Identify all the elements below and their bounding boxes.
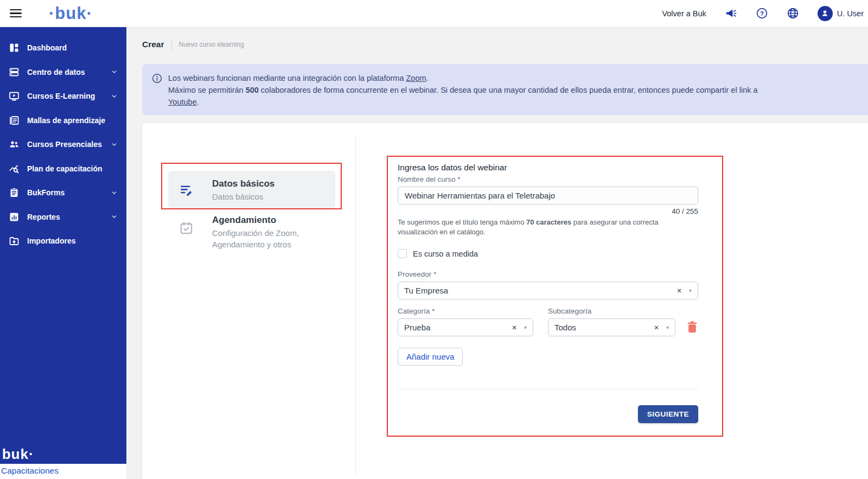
sidebar-item-reportes[interactable]: Reportes (0, 205, 126, 229)
main-content: Crear Nuevo curso elearning Los webinars… (126, 27, 868, 479)
category-value: Prueba (404, 323, 512, 332)
chevron-down-icon (111, 189, 118, 196)
provider-value: Tu Empresa (404, 286, 676, 295)
form-heading: Ingresa los datos del webinar (398, 163, 698, 173)
provider-label: Proveedor * (398, 270, 698, 279)
checkbox-label: Es curso a medida (413, 250, 478, 258)
helper-text: Te sugerimos que el título tenga máximo … (398, 218, 698, 237)
sidebar-item-label: Reportes (27, 213, 60, 221)
topbar-actions: Volver a Buk ? (662, 6, 868, 21)
category-label: Categoría * (398, 306, 533, 316)
dashboard-icon (9, 42, 20, 53)
step-agendamiento[interactable]: Agendamiento Configuración de Zoom, Agen… (168, 214, 336, 250)
sidebar-item-plan-capacitacion[interactable]: Plan de capacitación (0, 157, 126, 181)
caret-down-icon: ▾ (666, 324, 669, 330)
breadcrumb-divider (171, 39, 172, 50)
banner-line-3: Youtube. (168, 96, 758, 108)
sidebar-item-mallas[interactable]: Mallas de aprendizaje (0, 108, 126, 133)
course-name-label: Nombre del curso * (398, 175, 698, 184)
youtube-link[interactable]: Youtube (168, 98, 197, 106)
sidebar-item-cursos-presenciales[interactable]: Cursos Presenciales (0, 132, 126, 157)
add-new-button[interactable]: Añadir nueva (398, 348, 463, 366)
page: ·buk· Volver a Buk ? (0, 0, 868, 479)
back-to-buk-link[interactable]: Volver a Buk (662, 9, 706, 18)
globe-icon[interactable] (787, 7, 799, 20)
sidebar-item-label: Dashboard (27, 43, 67, 52)
sidebar-item-label: BukForms (27, 188, 65, 197)
step-title: Datos básicos (212, 178, 337, 190)
sidebar-item-cursos-elearning[interactable]: Cursos E-Learning (0, 84, 126, 108)
sidebar-item-label: Plan de capacitación (27, 164, 103, 173)
sidebar-item-bukforms[interactable]: BukForms (0, 181, 126, 205)
breadcrumb: Crear Nuevo curso elearning (142, 39, 244, 50)
import-folder-icon (9, 235, 20, 246)
subcategory-select[interactable]: Todos ✕ ▾ (548, 318, 675, 336)
category-select[interactable]: Prueba ✕ ▾ (398, 318, 533, 336)
learning-path-icon (9, 115, 20, 126)
chevron-down-icon (111, 213, 118, 220)
megaphone-icon[interactable] (725, 7, 737, 20)
subcategory-label: Subcategoría (548, 306, 675, 316)
bar-chart-icon (9, 212, 20, 222)
training-plan-icon (9, 163, 20, 174)
sidebar-item-importadores[interactable]: Importadores (0, 229, 126, 253)
clear-icon[interactable]: ✕ (654, 324, 659, 331)
capacitaciones-link[interactable]: Capacitaciones (0, 464, 126, 479)
trash-icon (686, 321, 698, 334)
delete-category-button[interactable] (686, 321, 698, 334)
char-counter: 40 / 255 (398, 207, 698, 216)
clear-icon[interactable]: ✕ (512, 324, 517, 331)
subcategory-value: Todos (554, 323, 654, 332)
sidebar-item-centro-de-datos[interactable]: Centro de datos (0, 60, 126, 85)
banner-line-1: Los webinars funcionan mediante una inte… (168, 72, 758, 84)
next-button[interactable]: SIGUIENTE (638, 405, 698, 423)
user-avatar-icon (818, 6, 833, 21)
info-banner: Los webinars funcionan mediante una inte… (142, 64, 868, 115)
user-menu[interactable]: U. User (818, 6, 864, 21)
menu-icon[interactable] (10, 7, 22, 20)
username: U. User (837, 9, 864, 18)
elearning-icon (9, 91, 20, 101)
page-title: Crear (142, 40, 164, 49)
step-datos-basicos[interactable]: Datos básicos Datos básicos (168, 171, 335, 209)
breadcrumb-subtitle: Nuevo curso elearning (179, 41, 244, 48)
sidebar-item-dashboard[interactable]: Dashboard (0, 36, 126, 60)
clipboard-icon (9, 187, 20, 198)
database-icon (9, 67, 20, 78)
card-divider (355, 135, 356, 477)
category-row: Categoría * Prueba ✕ ▾ Subcategoría Todo… (398, 306, 698, 336)
category-column: Categoría * Prueba ✕ ▾ (398, 306, 533, 336)
course-name-input[interactable] (398, 187, 698, 205)
chevron-down-icon (111, 68, 118, 75)
step-title: Agendamiento (212, 214, 337, 226)
caret-down-icon: ▾ (524, 324, 527, 330)
sidebar-item-label: Centro de datos (27, 68, 85, 76)
form-divider (398, 389, 698, 389)
sidebar-item-label: Cursos E-Learning (27, 92, 95, 100)
wizard-card: Datos básicos Datos básicos Agendamiento… (142, 123, 868, 479)
step-subtitle: Datos básicos (212, 191, 337, 202)
caret-down-icon: ▾ (689, 288, 692, 293)
chevron-down-icon (111, 141, 118, 148)
provider-select[interactable]: Tu Empresa ✕ ▾ (398, 282, 698, 299)
help-icon[interactable]: ? (756, 7, 768, 20)
sidebar: Dashboard Centro de datos Cursos E-Learn… (0, 27, 126, 464)
svg-text:?: ? (760, 10, 764, 17)
sidebar-item-label: Cursos Presenciales (27, 140, 102, 149)
edit-list-icon (179, 183, 194, 197)
custom-course-checkbox[interactable] (398, 249, 407, 258)
zoom-link[interactable]: Zoom (406, 74, 426, 82)
form-actions: SIGUIENTE (398, 405, 698, 423)
step-text: Datos básicos Datos básicos (212, 178, 337, 202)
buk-logo-footer: ·buk· (0, 446, 34, 463)
step-text: Agendamiento Configuración de Zoom, Agen… (212, 214, 337, 250)
people-icon (9, 139, 20, 150)
clear-icon[interactable]: ✕ (676, 287, 682, 295)
sidebar-item-label: Importadores (27, 237, 75, 245)
info-banner-text: Los webinars funcionan mediante una inte… (168, 72, 758, 107)
sidebar-item-label: Mallas de aprendizaje (27, 116, 105, 125)
custom-course-checkbox-row[interactable]: Es curso a medida (398, 249, 698, 258)
topbar: ·buk· Volver a Buk ? (0, 0, 868, 27)
info-icon (152, 73, 162, 84)
calendar-check-icon (179, 221, 194, 235)
